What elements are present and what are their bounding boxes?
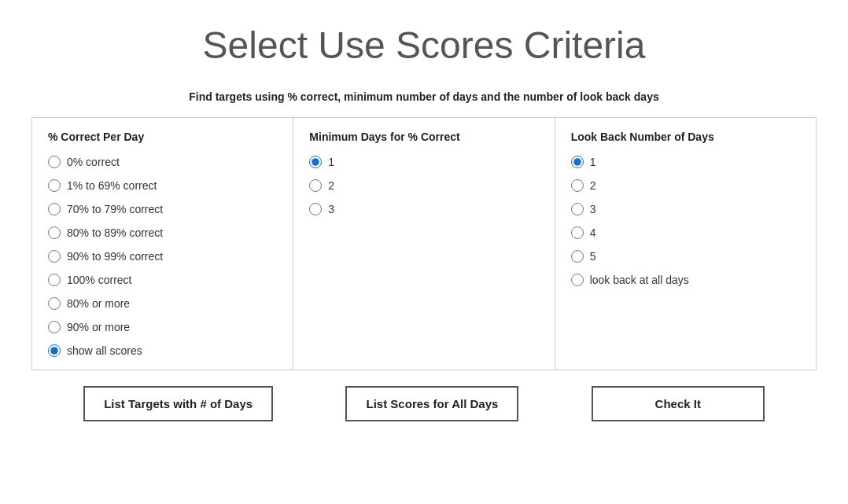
radio-look-2[interactable]	[571, 179, 584, 192]
percent-correct-group: 0% correct 1% to 69% correct 70% to 79% …	[48, 156, 277, 357]
radio-90-99-correct[interactable]	[48, 250, 61, 263]
radio-label: 70% to 79% correct	[67, 203, 163, 215]
radio-label: look back at all days	[590, 274, 689, 286]
list-item[interactable]: 70% to 79% correct	[48, 203, 277, 215]
radio-look-3[interactable]	[571, 203, 584, 215]
radio-1-69-correct[interactable]	[48, 179, 61, 192]
radio-label: 0% correct	[67, 156, 120, 168]
list-item[interactable]: 90% to 99% correct	[48, 250, 277, 263]
list-item[interactable]: 2	[309, 179, 538, 192]
radio-show-all[interactable]	[48, 344, 61, 357]
look-back-column: Look Back Number of Days 1 2 3 4 5	[555, 118, 816, 370]
list-item[interactable]: 90% or more	[48, 321, 277, 333]
radio-label: 90% or more	[67, 321, 130, 333]
radio-100-correct[interactable]	[48, 274, 61, 286]
radio-label: 1	[590, 156, 596, 168]
radio-label: 100% correct	[67, 274, 131, 286]
list-item[interactable]: 1% to 69% correct	[48, 179, 277, 192]
radio-label: 4	[590, 226, 596, 239]
radio-label: 5	[590, 250, 596, 263]
radio-look-all[interactable]	[571, 274, 584, 286]
list-item[interactable]: 3	[571, 203, 800, 215]
radio-min-3[interactable]	[309, 203, 322, 215]
look-back-group: 1 2 3 4 5 look back at all days	[571, 156, 800, 286]
list-item[interactable]: 80% to 89% correct	[48, 226, 277, 239]
list-item[interactable]: 1	[571, 156, 800, 168]
radio-0-correct[interactable]	[48, 156, 61, 168]
radio-label: 1% to 69% correct	[67, 179, 157, 192]
radio-label: 80% to 89% correct	[67, 226, 163, 239]
radio-label: 80% or more	[67, 297, 130, 310]
page-title: Select Use Scores Criteria	[31, 24, 817, 67]
criteria-columns: % Correct Per Day 0% correct 1% to 69% c…	[31, 117, 817, 370]
radio-label: 1	[328, 156, 334, 168]
radio-label: 2	[590, 179, 596, 192]
list-item[interactable]: 0% correct	[48, 156, 277, 168]
list-item[interactable]: 2	[571, 179, 800, 192]
list-item[interactable]: 4	[571, 226, 800, 239]
radio-label: 3	[590, 203, 596, 215]
radio-90-plus[interactable]	[48, 321, 61, 333]
list-item[interactable]: 3	[309, 203, 538, 215]
list-scores-button[interactable]: List Scores for All Days	[345, 386, 518, 421]
list-item[interactable]: 80% or more	[48, 297, 277, 310]
list-item[interactable]: 5	[571, 250, 800, 263]
radio-label: show all scores	[67, 344, 142, 357]
min-days-header: Minimum Days for % Correct	[309, 131, 538, 143]
list-targets-button[interactable]: List Targets with # of Days	[83, 386, 273, 421]
action-buttons: List Targets with # of Days List Scores …	[31, 386, 817, 421]
min-days-group: 1 2 3	[309, 156, 538, 215]
percent-correct-header: % Correct Per Day	[48, 131, 277, 143]
radio-label: 2	[328, 179, 334, 192]
min-days-column: Minimum Days for % Correct 1 2 3	[293, 118, 555, 370]
list-item[interactable]: 100% correct	[48, 274, 277, 286]
radio-70-79-correct[interactable]	[48, 203, 61, 215]
radio-min-2[interactable]	[309, 179, 322, 192]
radio-label: 3	[328, 203, 334, 215]
list-item[interactable]: 1	[309, 156, 538, 168]
look-back-header: Look Back Number of Days	[571, 131, 800, 143]
list-item[interactable]: look back at all days	[571, 274, 800, 286]
radio-min-1[interactable]	[309, 156, 322, 168]
radio-80-89-correct[interactable]	[48, 226, 61, 239]
radio-look-1[interactable]	[571, 156, 584, 168]
radio-look-4[interactable]	[571, 226, 584, 239]
subtitle: Find targets using % correct, minimum nu…	[31, 90, 817, 103]
radio-label: 90% to 99% correct	[67, 250, 163, 263]
radio-80-plus[interactable]	[48, 297, 61, 310]
list-item[interactable]: show all scores	[48, 344, 277, 357]
check-it-button[interactable]: Check It	[592, 386, 765, 421]
radio-look-5[interactable]	[571, 250, 584, 263]
percent-correct-column: % Correct Per Day 0% correct 1% to 69% c…	[32, 118, 293, 370]
